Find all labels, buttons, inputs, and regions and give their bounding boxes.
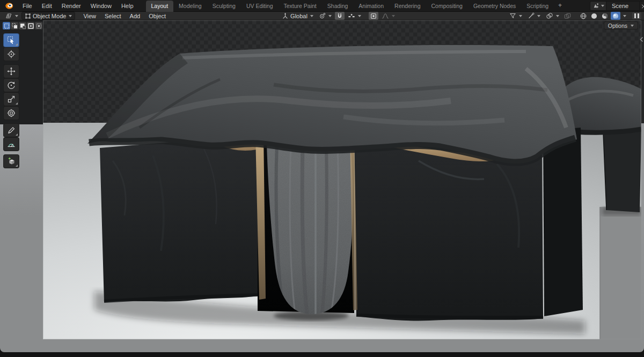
tab-uv-editing[interactable]: UV Editing: [241, 1, 279, 12]
menu-edit[interactable]: Edit: [37, 1, 57, 11]
select-intersect-icon: [36, 23, 42, 29]
gizmo-icon: [528, 12, 535, 19]
rotate-icon: [7, 81, 16, 90]
toolbar: [4, 34, 19, 168]
status-bar: [0, 352, 644, 357]
shading-rendered-icon: [612, 12, 619, 20]
shading-dropdown[interactable]: [621, 12, 627, 20]
tab-modeling[interactable]: Modeling: [173, 1, 207, 12]
menu-file[interactable]: File: [18, 1, 37, 11]
select-mode-extend[interactable]: [11, 22, 18, 29]
sidebar-toggle-icon[interactable]: [640, 36, 643, 42]
tool-select-box[interactable]: [4, 34, 19, 47]
filter-funnel-icon: [509, 12, 516, 19]
cursor-3d-icon: [7, 50, 16, 58]
chevron-down-icon: [392, 15, 395, 17]
tab-compositing[interactable]: Compositing: [426, 1, 468, 12]
overlays-icon: [546, 12, 553, 19]
measure-protractor-icon: [7, 140, 16, 148]
snap-target-dropdown[interactable]: [346, 12, 363, 20]
tab-scripting[interactable]: Scripting: [521, 1, 554, 12]
menu-render[interactable]: Render: [57, 1, 86, 11]
chevron-down-icon: [519, 15, 522, 17]
tool-scale[interactable]: [4, 93, 19, 106]
proportional-falloff-dropdown[interactable]: [379, 12, 397, 20]
select-set-icon: [4, 23, 10, 29]
viewport-3d[interactable]: Options: [0, 20, 644, 352]
tool-measure[interactable]: [4, 138, 19, 151]
viewport-header: Object Mode View Select Add Object Globa…: [0, 12, 644, 20]
menu-select[interactable]: Select: [101, 12, 125, 20]
add-workspace-button[interactable]: +: [554, 0, 566, 12]
editor-type-button[interactable]: [3, 12, 20, 20]
select-subtract-icon: [20, 23, 26, 29]
xray-icon: [564, 13, 571, 19]
floor-edge-region: [600, 207, 641, 339]
shading-rendered-button[interactable]: [611, 12, 620, 20]
tab-shading[interactable]: Shading: [322, 1, 354, 12]
select-mode-set[interactable]: [3, 22, 10, 29]
overlays-dropdown[interactable]: [544, 12, 561, 20]
tab-rendering[interactable]: Rendering: [389, 1, 426, 12]
magnet-icon: [336, 13, 343, 19]
shading-material-icon: [601, 12, 609, 20]
pause-bars-icon[interactable]: [632, 12, 641, 19]
scene-selector: Scene: [590, 1, 644, 11]
mode-dropdown[interactable]: Object Mode: [21, 12, 75, 20]
workspace-tabs: Layout Modeling Sculpting UV Editing Tex…: [146, 0, 567, 12]
tab-texture-paint[interactable]: Texture Paint: [279, 1, 322, 12]
scene-browse-button[interactable]: [590, 1, 606, 11]
chevron-down-icon: [601, 5, 604, 7]
select-mode-intersect[interactable]: [35, 22, 42, 29]
tent-side-wall: [543, 128, 583, 316]
transform-orientation-dropdown[interactable]: Global: [280, 12, 316, 20]
menu-view[interactable]: View: [79, 12, 100, 20]
xray-toggle[interactable]: [562, 12, 572, 20]
proportional-editing-toggle[interactable]: [369, 12, 378, 20]
tab-geometry-nodes[interactable]: Geometry Nodes: [468, 1, 521, 12]
menu-object[interactable]: Object: [145, 12, 170, 20]
shading-solid-icon: [590, 12, 598, 20]
menu-window[interactable]: Window: [86, 1, 116, 11]
topbar: File Edit Render Window Help Layout Mode…: [0, 0, 644, 12]
select-extend-icon: [12, 23, 18, 29]
chevron-down-icon: [556, 15, 559, 17]
tool-rotate[interactable]: [4, 79, 19, 92]
scene-unlink-icon[interactable]: [640, 1, 644, 11]
tab-sculpting[interactable]: Sculpting: [207, 1, 241, 12]
chevron-down-icon: [69, 15, 72, 17]
move-icon: [7, 67, 16, 76]
passepartout-right: [641, 20, 644, 352]
menu-help[interactable]: Help: [116, 1, 138, 11]
gizmos-dropdown[interactable]: [525, 12, 543, 20]
snap-toggle[interactable]: [335, 12, 345, 20]
blender-logo-icon[interactable]: [4, 2, 13, 10]
pivot-point-dropdown[interactable]: [317, 12, 334, 20]
scene-name-field[interactable]: Scene: [606, 1, 640, 11]
tool-add-cube[interactable]: [4, 155, 19, 168]
tool-move[interactable]: [4, 65, 19, 78]
select-mode-subtract[interactable]: [19, 22, 26, 29]
chevron-down-icon: [623, 15, 626, 17]
select-mode-invert[interactable]: [27, 22, 34, 29]
object-mode-icon: [25, 13, 31, 19]
orientation-label: Global: [290, 13, 308, 19]
options-button[interactable]: Options: [604, 21, 638, 29]
chevron-down-icon: [358, 15, 361, 17]
select-invert-icon: [28, 23, 34, 29]
tab-layout[interactable]: Layout: [146, 1, 174, 12]
tab-animation[interactable]: Animation: [353, 1, 389, 12]
blender-window: File Edit Render Window Help Layout Mode…: [0, 0, 644, 357]
shading-wireframe-button[interactable]: [579, 12, 588, 20]
tool-annotate[interactable]: [4, 124, 19, 137]
tool-cursor[interactable]: [4, 48, 19, 61]
shading-solid-button[interactable]: [589, 12, 599, 20]
chevron-down-icon: [310, 15, 313, 17]
rendered-scene[interactable]: [43, 20, 641, 339]
tool-transform[interactable]: [4, 107, 19, 120]
chevron-down-icon: [328, 15, 332, 17]
menu-add[interactable]: Add: [126, 12, 144, 20]
shading-material-button[interactable]: [600, 12, 610, 20]
options-label: Options: [608, 23, 627, 29]
object-type-visibility-dropdown[interactable]: [507, 12, 524, 20]
